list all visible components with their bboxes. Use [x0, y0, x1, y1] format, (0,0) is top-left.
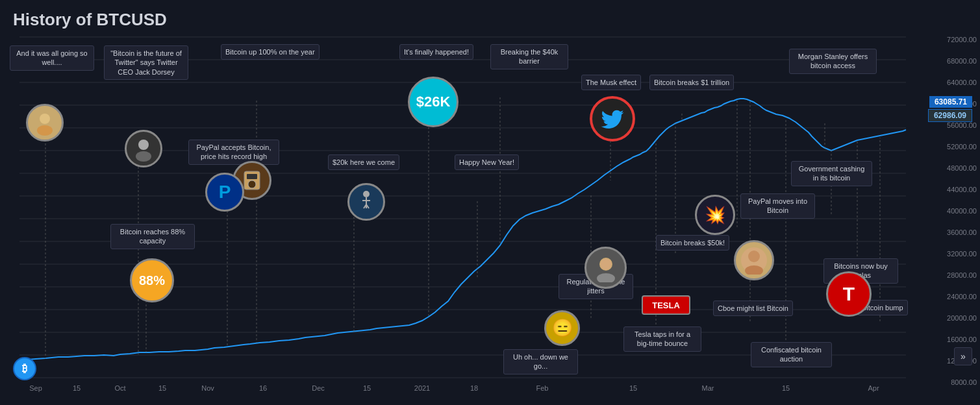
svg-point-50	[597, 273, 615, 282]
price-badge-high: 63085.71	[929, 96, 972, 108]
y-label-52000: 52000.00	[947, 143, 977, 151]
y-label-48000: 48000.00	[947, 164, 977, 172]
annotation-40k: Breaking the $40k barrier	[490, 44, 568, 69]
x-label-mar: Mar	[702, 384, 714, 392]
x-label-sep: Sep	[29, 384, 42, 392]
x-label-15-dec: 15	[363, 384, 371, 392]
x-label-oct: Oct	[114, 384, 125, 392]
x-label-15-sep: 15	[73, 384, 81, 392]
annotation-gov-cashing: Government cashing in its bitcoin	[791, 161, 872, 186]
y-label-32000: 32000.00	[947, 250, 977, 258]
x-label-15-oct: 15	[158, 384, 166, 392]
annotation-down-we-go: Uh oh... down we go...	[503, 349, 578, 374]
x-label-nov: Nov	[201, 384, 214, 392]
annotation-20k: $20k here we come	[328, 154, 399, 170]
x-label-apr: Apr	[868, 384, 879, 392]
annotation-paypal-moves: PayPal moves into Bitcoin	[740, 193, 815, 219]
annotation-50k: Bitcoin breaks $50k!	[656, 235, 729, 251]
svg-point-39	[138, 140, 149, 150]
annotation-finally: It's finally happened!	[399, 44, 473, 60]
svg-point-42	[248, 180, 256, 188]
annotation-going-well: And it was all going so well....	[10, 45, 94, 71]
annotation-morgan-stanley: Morgan Stanley offers bitcoin access	[789, 49, 877, 74]
x-label-18: 18	[470, 384, 478, 392]
x-label-16-nov: 16	[259, 384, 267, 392]
x-label-15-mar: 15	[782, 384, 790, 392]
y-label-28000: 28000.00	[947, 271, 977, 279]
y-label-68000: 68000.00	[947, 57, 977, 65]
y-label-44000: 44000.00	[947, 186, 977, 193]
y-label-24000: 24000.00	[947, 293, 977, 301]
y-label-40000: 40000.00	[947, 207, 977, 215]
x-label-2021: 2021	[414, 384, 430, 392]
svg-point-40	[136, 151, 151, 162]
y-label-20000: 20000.00	[947, 314, 977, 322]
annotation-paypal-accepts: PayPal accepts Bitcoin, price hits recor…	[188, 140, 279, 165]
svg-point-37	[40, 114, 50, 124]
annotation-tesla-bounce: Tesla taps in for a big-time bounce	[623, 326, 701, 352]
y-label-72000: 72000.00	[947, 36, 977, 43]
chart-container: History of BTCUSD	[0, 0, 980, 405]
annotation-confiscated: Confiscated bitcoin auction	[751, 342, 832, 367]
annotation-1-trillion: Bitcoin breaks $1 trillion	[649, 75, 734, 90]
x-label-15-feb: 15	[629, 384, 637, 392]
annotation-twitter-dorsey: "Bitcoin is the future of Twitter" says …	[104, 45, 188, 80]
chevron-right-button[interactable]: »	[954, 347, 972, 365]
annotation-100pct: Bitcoin up 100% on the year	[221, 44, 320, 60]
annotation-cboe: Cboe might list Bitcoin	[713, 301, 793, 316]
svg-point-38	[37, 125, 53, 136]
x-label-feb: Feb	[536, 384, 549, 392]
x-label-dec: Dec	[312, 384, 325, 392]
y-label-36000: 36000.00	[947, 228, 977, 236]
svg-point-44	[363, 191, 370, 197]
svg-point-51	[600, 258, 612, 270]
annotation-musk-effect: The Musk effect	[581, 75, 641, 90]
y-label-56000: 56000.00	[947, 121, 977, 129]
price-badge-low: 62986.09	[928, 109, 972, 122]
y-label-8000: 8000.00	[951, 378, 977, 386]
annotation-new-year: Happy New Year!	[455, 154, 519, 170]
y-label-16000: 16000.00	[947, 336, 977, 343]
svg-rect-43	[247, 174, 257, 179]
svg-point-53	[748, 251, 760, 262]
y-label-64000: 64000.00	[947, 79, 977, 86]
annotation-88pct: Bitcoin reaches 88% capacity	[110, 224, 195, 249]
